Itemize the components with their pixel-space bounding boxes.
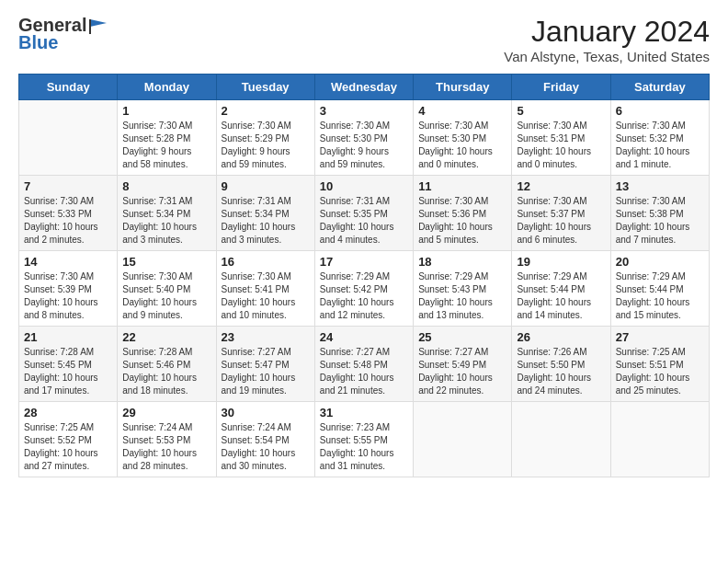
day-number: 10 (320, 179, 408, 193)
day-info: Sunrise: 7:27 AM Sunset: 5:47 PM Dayligh… (222, 346, 310, 397)
day-info: Sunrise: 7:30 AM Sunset: 5:40 PM Dayligh… (122, 270, 210, 322)
week-row-2: 7Sunrise: 7:30 AM Sunset: 5:33 PM Daylig… (19, 176, 710, 251)
day-cell (414, 402, 512, 477)
day-cell: 16Sunrise: 7:30 AM Sunset: 5:41 PM Dayli… (216, 251, 314, 327)
calendar-table: SundayMondayTuesdayWednesdayThursdayFrid… (18, 74, 710, 477)
day-cell: 14Sunrise: 7:30 AM Sunset: 5:39 PM Dayli… (19, 251, 118, 327)
day-cell: 1Sunrise: 7:30 AM Sunset: 5:28 PM Daylig… (118, 100, 216, 176)
header-friday: Friday (512, 75, 610, 100)
day-info: Sunrise: 7:24 AM Sunset: 5:53 PM Dayligh… (122, 421, 210, 473)
day-info: Sunrise: 7:30 AM Sunset: 5:41 PM Dayligh… (222, 270, 310, 322)
day-info: Sunrise: 7:28 AM Sunset: 5:45 PM Dayligh… (24, 346, 112, 397)
day-number: 14 (24, 255, 112, 269)
day-cell (610, 402, 709, 477)
day-info: Sunrise: 7:25 AM Sunset: 5:51 PM Dayligh… (616, 346, 704, 397)
day-info: Sunrise: 7:27 AM Sunset: 5:49 PM Dayligh… (418, 346, 506, 397)
day-info: Sunrise: 7:30 AM Sunset: 5:37 PM Dayligh… (517, 195, 605, 247)
svg-marker-0 (90, 19, 107, 27)
day-info: Sunrise: 7:31 AM Sunset: 5:34 PM Dayligh… (222, 195, 310, 247)
day-cell: 23Sunrise: 7:27 AM Sunset: 5:47 PM Dayli… (216, 327, 314, 402)
day-info: Sunrise: 7:30 AM Sunset: 5:30 PM Dayligh… (418, 120, 506, 171)
day-info: Sunrise: 7:30 AM Sunset: 5:33 PM Dayligh… (24, 195, 112, 247)
day-info: Sunrise: 7:28 AM Sunset: 5:46 PM Dayligh… (122, 346, 210, 397)
day-number: 18 (418, 255, 506, 269)
day-cell: 10Sunrise: 7:31 AM Sunset: 5:35 PM Dayli… (314, 176, 413, 251)
day-number: 7 (24, 179, 112, 193)
day-cell: 15Sunrise: 7:30 AM Sunset: 5:40 PM Dayli… (118, 251, 216, 327)
day-cell: 31Sunrise: 7:23 AM Sunset: 5:55 PM Dayli… (314, 402, 413, 477)
day-info: Sunrise: 7:27 AM Sunset: 5:48 PM Dayligh… (320, 346, 408, 397)
week-row-3: 14Sunrise: 7:30 AM Sunset: 5:39 PM Dayli… (19, 251, 710, 327)
day-cell: 21Sunrise: 7:28 AM Sunset: 5:45 PM Dayli… (19, 327, 118, 402)
day-info: Sunrise: 7:25 AM Sunset: 5:52 PM Dayligh… (24, 421, 112, 473)
calendar-body: 1Sunrise: 7:30 AM Sunset: 5:28 PM Daylig… (19, 100, 710, 477)
day-cell: 7Sunrise: 7:30 AM Sunset: 5:33 PM Daylig… (19, 176, 118, 251)
day-info: Sunrise: 7:23 AM Sunset: 5:55 PM Dayligh… (320, 421, 408, 473)
day-info: Sunrise: 7:29 AM Sunset: 5:42 PM Dayligh… (320, 270, 408, 322)
day-info: Sunrise: 7:31 AM Sunset: 5:35 PM Dayligh… (320, 195, 408, 247)
day-number: 8 (122, 179, 210, 193)
day-cell: 8Sunrise: 7:31 AM Sunset: 5:34 PM Daylig… (118, 176, 216, 251)
day-number: 5 (517, 104, 605, 118)
logo-blue: Blue (18, 32, 58, 53)
day-cell (512, 402, 610, 477)
day-cell (19, 100, 118, 176)
day-number: 30 (222, 406, 310, 419)
day-cell: 25Sunrise: 7:27 AM Sunset: 5:49 PM Dayli… (414, 327, 512, 402)
day-info: Sunrise: 7:29 AM Sunset: 5:44 PM Dayligh… (616, 270, 704, 322)
day-info: Sunrise: 7:30 AM Sunset: 5:31 PM Dayligh… (517, 120, 605, 171)
day-number: 9 (222, 179, 310, 193)
day-cell: 2Sunrise: 7:30 AM Sunset: 5:29 PM Daylig… (216, 100, 314, 176)
day-number: 31 (320, 406, 408, 419)
header-wednesday: Wednesday (314, 75, 413, 100)
day-number: 22 (122, 330, 210, 344)
day-info: Sunrise: 7:30 AM Sunset: 5:30 PM Dayligh… (320, 120, 408, 171)
day-cell: 4Sunrise: 7:30 AM Sunset: 5:30 PM Daylig… (414, 100, 512, 176)
week-row-4: 21Sunrise: 7:28 AM Sunset: 5:45 PM Dayli… (19, 327, 710, 402)
day-number: 2 (222, 104, 310, 118)
day-number: 16 (222, 255, 310, 269)
day-number: 28 (24, 406, 112, 419)
day-number: 12 (517, 179, 605, 193)
day-cell: 17Sunrise: 7:29 AM Sunset: 5:42 PM Dayli… (314, 251, 413, 327)
day-cell: 13Sunrise: 7:30 AM Sunset: 5:38 PM Dayli… (610, 176, 709, 251)
day-info: Sunrise: 7:30 AM Sunset: 5:36 PM Dayligh… (418, 195, 506, 247)
day-number: 27 (616, 330, 704, 344)
day-number: 20 (616, 255, 704, 269)
day-number: 15 (122, 255, 210, 269)
day-info: Sunrise: 7:30 AM Sunset: 5:28 PM Dayligh… (122, 120, 210, 171)
day-cell: 9Sunrise: 7:31 AM Sunset: 5:34 PM Daylig… (216, 176, 314, 251)
day-number: 25 (418, 330, 506, 344)
page-subtitle: Van Alstyne, Texas, United States (504, 49, 710, 64)
day-cell: 3Sunrise: 7:30 AM Sunset: 5:30 PM Daylig… (314, 100, 413, 176)
day-number: 11 (418, 179, 506, 193)
page-header: General Blue January 2024 Van Alstyne, T… (18, 15, 710, 64)
day-info: Sunrise: 7:31 AM Sunset: 5:34 PM Dayligh… (122, 195, 210, 247)
logo-flag-icon (88, 17, 108, 34)
day-cell: 24Sunrise: 7:27 AM Sunset: 5:48 PM Dayli… (314, 327, 413, 402)
week-row-5: 28Sunrise: 7:25 AM Sunset: 5:52 PM Dayli… (19, 402, 710, 477)
day-cell: 19Sunrise: 7:29 AM Sunset: 5:44 PM Dayli… (512, 251, 610, 327)
day-info: Sunrise: 7:29 AM Sunset: 5:44 PM Dayligh… (517, 270, 605, 322)
day-number: 6 (616, 104, 704, 118)
day-number: 13 (616, 179, 704, 193)
day-cell: 6Sunrise: 7:30 AM Sunset: 5:32 PM Daylig… (610, 100, 709, 176)
header-thursday: Thursday (414, 75, 512, 100)
day-info: Sunrise: 7:30 AM Sunset: 5:29 PM Dayligh… (222, 120, 310, 171)
calendar-header: SundayMondayTuesdayWednesdayThursdayFrid… (19, 75, 710, 100)
day-number: 3 (320, 104, 408, 118)
day-number: 17 (320, 255, 408, 269)
day-number: 26 (517, 330, 605, 344)
day-cell: 18Sunrise: 7:29 AM Sunset: 5:43 PM Dayli… (414, 251, 512, 327)
day-number: 29 (122, 406, 210, 419)
day-cell: 11Sunrise: 7:30 AM Sunset: 5:36 PM Dayli… (414, 176, 512, 251)
day-number: 21 (24, 330, 112, 344)
header-monday: Monday (118, 75, 216, 100)
day-number: 23 (222, 330, 310, 344)
day-cell: 27Sunrise: 7:25 AM Sunset: 5:51 PM Dayli… (610, 327, 709, 402)
day-cell: 30Sunrise: 7:24 AM Sunset: 5:54 PM Dayli… (216, 402, 314, 477)
header-saturday: Saturday (610, 75, 709, 100)
week-row-1: 1Sunrise: 7:30 AM Sunset: 5:28 PM Daylig… (19, 100, 710, 176)
day-info: Sunrise: 7:30 AM Sunset: 5:38 PM Dayligh… (616, 195, 704, 247)
day-info: Sunrise: 7:29 AM Sunset: 5:43 PM Dayligh… (418, 270, 506, 322)
